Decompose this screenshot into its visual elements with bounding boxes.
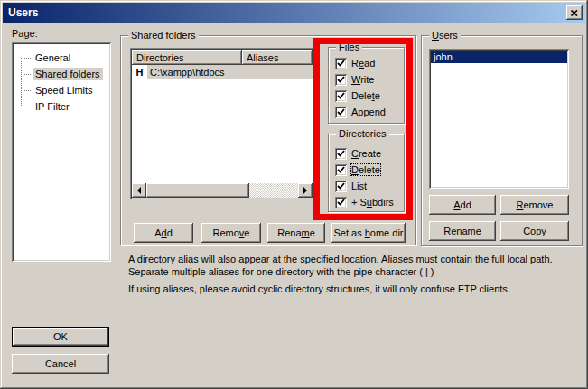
checkbox-label: Delete [351, 164, 380, 175]
checkbox-files-read[interactable]: Read [335, 55, 402, 71]
checkbox-label: + Subdirs [351, 197, 394, 208]
window-title: Users [8, 6, 38, 19]
users-dialog: Users Page: General Shared folders Speed… [0, 0, 588, 389]
users-group: Users john Add Remove Rename Copy [421, 35, 583, 246]
directories-listview[interactable]: Directories Aliases H C:\xampp\htdocs [130, 48, 314, 199]
alias-notes: A directory alias will also appear at th… [128, 253, 587, 300]
table-row[interactable]: H C:\xampp\htdocs [132, 65, 313, 79]
checkbox-label: Create [351, 148, 381, 159]
files-permissions-group: Files Read Write Delete Append [328, 47, 405, 124]
rename-user-button[interactable]: Rename [429, 221, 496, 241]
shared-folders-group-label: Shared folders [128, 30, 199, 41]
checkbox-dirs-list[interactable]: List [335, 178, 402, 194]
page-item-label: Shared folders [33, 68, 103, 80]
column-header-directories[interactable]: Directories [132, 50, 242, 65]
checkbox-label: Append [351, 107, 386, 117]
checkbox-label: Delete [351, 90, 380, 101]
users-list[interactable]: john [429, 49, 569, 189]
horizontal-scrollbar[interactable] [132, 183, 313, 198]
checkbox-label: Read [351, 58, 375, 69]
checkbox-files-delete[interactable]: Delete [335, 88, 402, 104]
checkbox-icon[interactable] [335, 58, 347, 69]
page-item-ip-filter[interactable]: IP Filter [14, 98, 109, 115]
user-list-item[interactable]: john [431, 51, 567, 63]
checkbox-dirs-subdirs[interactable]: + Subdirs [335, 194, 402, 210]
arrow-left-icon [134, 187, 141, 194]
page-item-general[interactable]: General [14, 50, 109, 66]
checkbox-label: Write [351, 74, 374, 85]
add-folder-button[interactable]: Add [134, 223, 193, 243]
checkbox-icon[interactable] [335, 197, 347, 208]
page-item-label: Speed Limits [33, 84, 96, 97]
checkbox-files-write[interactable]: Write [335, 71, 402, 88]
column-header-aliases[interactable]: Aliases [242, 50, 313, 65]
remove-folder-button[interactable]: Remove [201, 223, 261, 243]
checkbox-icon[interactable] [335, 74, 347, 86]
add-user-button[interactable]: Add [429, 195, 496, 215]
ok-button[interactable]: OK [12, 327, 109, 347]
directories-group-label: Directories [336, 128, 389, 139]
checkbox-icon[interactable] [335, 164, 347, 176]
directories-permissions-group: Directories Create Delete List + Subdirs [328, 134, 405, 212]
page-item-speed-limits[interactable]: Speed Limits [14, 82, 109, 98]
checkbox-icon[interactable] [335, 181, 347, 192]
scroll-left-button[interactable] [132, 183, 146, 198]
arrow-right-icon [303, 187, 311, 194]
cancel-button[interactable]: Cancel [12, 354, 109, 374]
copy-user-button[interactable]: Copy [500, 221, 569, 241]
page-label: Page: [12, 28, 38, 39]
page-list[interactable]: General Shared folders Speed Limits IP F… [12, 42, 111, 262]
files-group-label: Files [336, 42, 362, 52]
page-item-label: General [33, 51, 73, 64]
checkbox-files-append[interactable]: Append [335, 104, 402, 120]
scrollbar-thumb[interactable] [146, 183, 249, 198]
home-flag: H [132, 65, 147, 79]
checkbox-dirs-create[interactable]: Create [335, 145, 402, 162]
close-icon [571, 6, 578, 19]
checkbox-icon[interactable] [335, 148, 347, 160]
directory-path: C:\xampp\htdocs [147, 65, 313, 79]
users-group-label: Users [429, 30, 461, 41]
remove-user-button[interactable]: Remove [500, 195, 569, 215]
page-item-shared-folders[interactable]: Shared folders [14, 66, 109, 82]
checkbox-icon[interactable] [335, 90, 347, 102]
set-as-home-dir-button[interactable]: Set as home dir [331, 223, 406, 243]
title-bar[interactable]: Users [3, 3, 585, 23]
rename-folder-button[interactable]: Rename [267, 223, 325, 243]
alias-note-line: If using aliases, please avoid cyclic di… [128, 282, 587, 295]
checkbox-label: List [351, 181, 367, 191]
checkbox-icon[interactable] [335, 107, 347, 118]
close-button[interactable] [566, 5, 583, 20]
page-item-label: IP Filter [33, 100, 72, 113]
checkbox-dirs-delete[interactable]: Delete [335, 162, 402, 178]
alias-note-line: A directory alias will also appear at th… [128, 253, 587, 278]
scroll-right-button[interactable] [298, 183, 313, 198]
